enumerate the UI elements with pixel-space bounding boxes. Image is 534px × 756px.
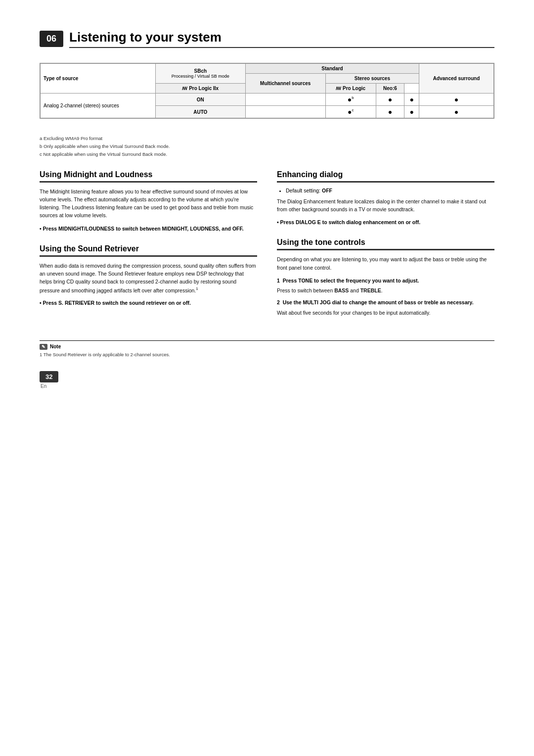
on-advanced: ● xyxy=(419,94,494,106)
footnote-a: a Excluding WMA9 Pro format xyxy=(40,135,494,142)
note-icon: ✎ xyxy=(40,344,47,350)
col-header-pro-logic: ꟿ Pro Logic xyxy=(325,84,376,94)
sound-retriever-sup: 1 xyxy=(196,286,198,291)
auto-pro-logic-iix: ●c xyxy=(325,106,376,118)
tone-step1-instruction: 1 Press TONE to select the frequency you… xyxy=(277,277,494,284)
enhancing-dialog-instruction: Press DIALOG E to switch dialog enhancem… xyxy=(277,218,494,226)
col-header-neo6: Neo:6 xyxy=(376,84,404,94)
page-title: Listening to your system xyxy=(69,30,494,48)
default-setting-item: Default setting: OFF xyxy=(286,188,494,193)
midnight-loudness-section: Using Midnight and Loudness The Midnight… xyxy=(40,170,257,233)
on-pro-logic: ● xyxy=(376,94,404,106)
tone-controls-heading: Using the tone controls xyxy=(277,238,494,250)
auto-neo6: ● xyxy=(404,106,419,118)
enhancing-dialog-body: The Dialog Enhancement feature localizes… xyxy=(277,197,494,214)
page-footer: 32 En xyxy=(40,363,494,389)
tone-step2-instruction: 2 Use the MULTI JOG dial to change the a… xyxy=(277,298,494,306)
bottom-note-section: ✎ Note 1 The Sound Retriever is only app… xyxy=(40,340,494,357)
auto-advanced: ● xyxy=(419,106,494,118)
source-table-section: Type of source SBch Processing / Virtual… xyxy=(40,63,494,119)
auto-multichannel xyxy=(245,106,325,118)
table-row: Analog 2-channel (stereo) sources ON ●b … xyxy=(41,94,494,106)
footnote-b: b Only applicable when using the Virtual… xyxy=(40,142,494,150)
sound-retriever-body: When audio data is removed during the co… xyxy=(40,262,257,294)
enhancing-dialog-heading: Enhancing dialog xyxy=(277,170,494,183)
page-number: 32 xyxy=(40,371,58,382)
note-label: ✎ Note xyxy=(40,344,494,350)
col-header-standard: Standard xyxy=(245,64,419,74)
page-header: 06 Listening to your system xyxy=(40,30,494,48)
source-name: Analog 2-channel (stereo) sources xyxy=(41,94,156,118)
auto-pro-logic: ● xyxy=(376,106,404,118)
midnight-loudness-heading: Using Midnight and Loudness xyxy=(40,170,257,183)
col-header-advanced: Advanced surround xyxy=(419,64,494,94)
left-column: Using Midnight and Loudness The Midnight… xyxy=(40,170,257,321)
col-header-multichannel: Multichannel sources xyxy=(245,74,325,94)
enhancing-dialog-section: Enhancing dialog Default setting: OFF Th… xyxy=(277,170,494,227)
tone-controls-section: Using the tone controls Depending on wha… xyxy=(277,238,494,317)
default-setting-list: Default setting: OFF xyxy=(277,188,494,193)
tone-step1-detail: Press to switch between BASS and TREBLE. xyxy=(277,286,494,294)
footnote-c: c Not applicable when using the Virtual … xyxy=(40,150,494,158)
sound-retriever-instruction: Press S. RETRIEVER to switch the sound r… xyxy=(40,299,257,307)
mode-auto: AUTO xyxy=(155,106,245,118)
midnight-loudness-instruction: Press MIDNIGHT/LOUDNESS to switch betwee… xyxy=(40,225,257,233)
sound-retriever-heading: Using the Sound Retriever xyxy=(40,244,257,257)
col-header-type: Type of source xyxy=(41,64,156,94)
mode-on: ON xyxy=(155,94,245,106)
tone-controls-body: Depending on what you are listening to, … xyxy=(277,255,494,272)
source-table: Type of source SBch Processing / Virtual… xyxy=(40,63,494,118)
col-header-pro-logic-iix: ꟿ Pro Logic IIx xyxy=(155,84,245,94)
table-footnotes: a Excluding WMA9 Pro format b Only appli… xyxy=(40,135,494,158)
sound-retriever-section: Using the Sound Retriever When audio dat… xyxy=(40,244,257,307)
on-neo6: ● xyxy=(404,94,419,106)
chapter-badge: 06 xyxy=(40,31,63,47)
tone-step2-detail: Wait about five seconds for your changes… xyxy=(277,309,494,317)
right-column: Enhancing dialog Default setting: OFF Th… xyxy=(277,170,494,321)
content-columns: Using Midnight and Loudness The Midnight… xyxy=(40,170,494,321)
on-multichannel xyxy=(245,94,325,106)
midnight-loudness-body: The Midnight listening feature allows yo… xyxy=(40,188,257,220)
on-pro-logic-iix: ●b xyxy=(325,94,376,106)
page-lang: En xyxy=(41,383,494,389)
note-item-1: 1 The Sound Retriever is only applicable… xyxy=(40,352,494,357)
col-header-stereo: Stereo sources xyxy=(325,74,419,84)
col-header-sbch: SBch Processing / Virtual SB mode xyxy=(155,64,245,84)
